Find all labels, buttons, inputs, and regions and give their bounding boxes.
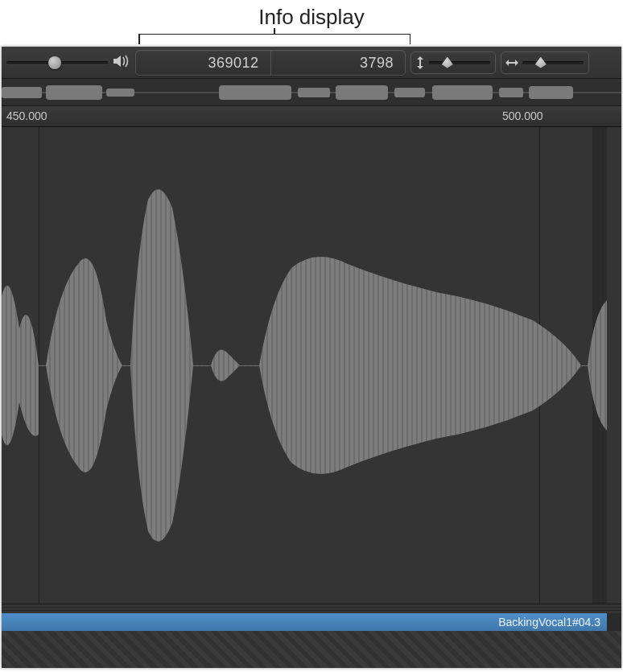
empty-track-area: [2, 631, 621, 668]
horizontal-zoom-icon: [505, 57, 519, 68]
vertical-zoom-track[interactable]: [429, 61, 490, 64]
callout-label: Info display: [0, 5, 623, 30]
audio-region[interactable]: BackingVocal1#04.3: [2, 613, 607, 631]
ruler-tick: 450.000: [6, 109, 47, 122]
vertical-zoom-icon: [415, 56, 426, 70]
volume-icon: [113, 54, 130, 72]
toolbar: 369012 3798: [2, 47, 621, 79]
horizontal-zoom-track[interactable]: [522, 61, 584, 64]
svg-rect-8: [432, 85, 493, 100]
volume-thumb[interactable]: [48, 56, 61, 69]
svg-rect-6: [336, 85, 388, 100]
volume-track[interactable]: [6, 61, 108, 64]
callout-bracket: [138, 34, 411, 45]
vertical-zoom-thumb[interactable]: [442, 57, 453, 68]
region-lane[interactable]: BackingVocal1#04.3: [2, 613, 621, 631]
waveform-display[interactable]: [2, 127, 621, 604]
svg-rect-3: [106, 89, 134, 97]
volume-slider[interactable]: [6, 54, 130, 72]
ruler-tick: 500.000: [502, 109, 543, 122]
waveform-overview[interactable]: [2, 79, 621, 106]
ruler[interactable]: 450.000 500.000: [2, 106, 621, 127]
info-display[interactable]: 369012 3798: [135, 50, 406, 76]
svg-rect-4: [219, 85, 291, 100]
horizontal-zoom-thumb[interactable]: [535, 57, 547, 68]
svg-rect-1: [2, 87, 42, 98]
svg-rect-9: [499, 88, 523, 97]
audio-file-editor: 369012 3798: [2, 47, 621, 668]
svg-rect-10: [529, 86, 573, 99]
info-position[interactable]: 369012: [136, 51, 271, 75]
svg-rect-5: [298, 88, 330, 97]
vertical-zoom-slider[interactable]: [411, 52, 496, 74]
channel-divider: [2, 604, 621, 613]
info-length[interactable]: 3798: [271, 51, 406, 75]
svg-rect-7: [394, 88, 425, 97]
svg-rect-2: [46, 85, 102, 100]
waveform-svg: [2, 127, 607, 604]
horizontal-zoom-slider[interactable]: [501, 52, 589, 74]
